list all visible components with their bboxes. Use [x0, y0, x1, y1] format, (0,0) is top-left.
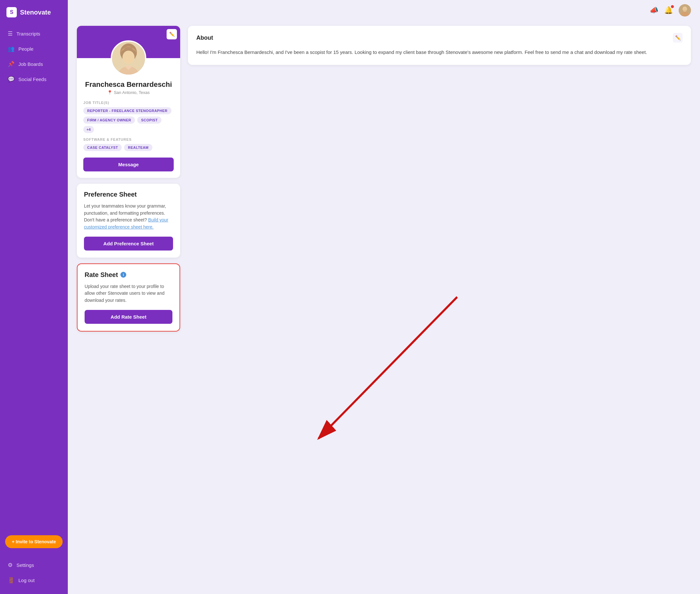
settings-icon: ⚙	[8, 562, 12, 568]
invite-button[interactable]: + Invite to Stenovate	[5, 535, 63, 548]
job-boards-icon: 📌	[8, 61, 14, 67]
profile-avatar	[111, 40, 146, 76]
megaphone-icon[interactable]: 📣	[649, 6, 658, 14]
add-preference-sheet-button[interactable]: Add Preference Sheet	[84, 237, 173, 251]
preference-sheet-desc: Let your teammates know your grammar, pu…	[84, 203, 173, 231]
tag-realteam: REALTEAM	[124, 144, 153, 151]
rate-sheet-card: Rate Sheet i Upload your rate sheet to y…	[77, 263, 180, 332]
tag-more[interactable]: +4	[83, 126, 94, 133]
tag-scopist: SCOPIST	[137, 117, 161, 124]
app-logo-icon: S	[6, 7, 17, 18]
app-name: Stenovate	[20, 9, 51, 16]
about-header: About ✏️	[196, 33, 682, 43]
topbar: 📣 🔔	[136, 0, 700, 21]
tag-reporter: REPORTER - FREELANCE STENOGRAPHER	[83, 107, 171, 114]
svg-point-1	[682, 6, 687, 12]
rate-sheet-info-icon[interactable]: i	[121, 272, 126, 277]
social-feeds-icon: 💬	[8, 76, 14, 82]
sidebar: S Stenovate ☰ Transcripts 👥 People 📌 Job…	[0, 0, 68, 594]
about-column: About ✏️ Hello! I'm Franchesca Bernardes…	[188, 26, 691, 65]
tag-firm: FIRM / AGENCY OWNER	[83, 117, 135, 124]
profile-card: ✏️	[77, 26, 180, 178]
job-titles-label: JOB TITLE(S)	[83, 101, 174, 105]
sidebar-nav: ☰ Transcripts 👥 People 📌 Job Boards 💬 So…	[0, 27, 68, 528]
rate-sheet-title: Rate Sheet	[85, 271, 118, 278]
sidebar-item-label: Settings	[16, 562, 34, 568]
software-tags: CASE CATALYST REALTEAM	[83, 144, 174, 151]
sidebar-item-people[interactable]: 👥 People	[3, 42, 65, 56]
tag-case-catalyst: CASE CATALYST	[83, 144, 122, 151]
profile-info: Franchesca Bernardeschi 📍 San Antonio, T…	[77, 76, 180, 178]
profile-edit-button[interactable]: ✏️	[167, 29, 177, 39]
about-card: About ✏️ Hello! I'm Franchesca Bernardes…	[188, 26, 691, 65]
sidebar-item-label: People	[19, 46, 34, 52]
sidebar-item-label: Job Boards	[19, 61, 43, 67]
add-rate-sheet-button[interactable]: Add Rate Sheet	[85, 310, 172, 324]
sidebar-item-social-feeds[interactable]: 💬 Social Feeds	[3, 72, 65, 87]
user-avatar[interactable]	[679, 4, 691, 16]
rate-sheet-desc: Upload your rate sheet to your profile t…	[85, 283, 172, 304]
about-edit-button[interactable]: ✏️	[673, 33, 682, 43]
about-text: Hello! I'm Franchesca Bernardeschi, and …	[196, 48, 682, 57]
main-content: ✏️	[68, 0, 700, 340]
profile-avatar-wrapper	[77, 40, 180, 76]
transcripts-icon: ☰	[8, 30, 12, 37]
profile-location: 📍 San Antonio, Texas	[83, 90, 174, 95]
notification-badge	[671, 5, 674, 8]
sidebar-item-label: Social Feeds	[19, 76, 46, 82]
people-icon: 👥	[8, 45, 14, 52]
sidebar-item-logout[interactable]: 🚪 Log out	[3, 573, 65, 588]
location-pin-icon: 📍	[107, 90, 112, 95]
sidebar-bottom: ⚙ Settings 🚪 Log out	[0, 555, 68, 594]
sidebar-logo: S Stenovate	[0, 0, 68, 27]
preference-sheet-card: Preference Sheet Let your teammates know…	[77, 184, 180, 258]
sidebar-item-settings[interactable]: ⚙ Settings	[3, 558, 65, 572]
about-title: About	[196, 35, 213, 41]
sidebar-item-label: Log out	[19, 578, 35, 583]
software-label: SOFTWARE & FEATURES	[83, 137, 174, 141]
profile-name: Franchesca Bernardeschi	[83, 80, 174, 89]
profile-column: ✏️	[77, 26, 180, 332]
rate-sheet-title-row: Rate Sheet i	[85, 271, 172, 278]
sidebar-item-label: Transcripts	[16, 31, 40, 36]
sidebar-item-transcripts[interactable]: ☰ Transcripts	[3, 27, 65, 41]
svg-point-5	[122, 51, 134, 64]
job-titles-tags: REPORTER - FREELANCE STENOGRAPHER FIRM /…	[83, 107, 174, 133]
logout-icon: 🚪	[8, 577, 14, 584]
notification-bell-icon[interactable]: 🔔	[664, 6, 673, 14]
sidebar-item-job-boards[interactable]: 📌 Job Boards	[3, 57, 65, 71]
message-button[interactable]: Message	[83, 158, 174, 171]
preference-sheet-title: Preference Sheet	[84, 191, 173, 198]
sidebar-invite: + Invite to Stenovate	[5, 535, 63, 548]
